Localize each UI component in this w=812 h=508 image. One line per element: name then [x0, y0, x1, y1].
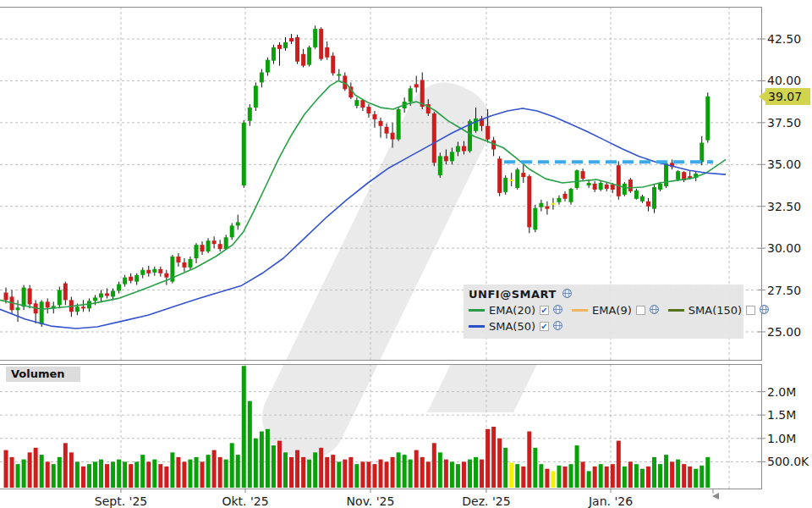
legend-item-ema9[interactable]: EMA(9) — [572, 302, 661, 318]
checkbox-checked-icon[interactable]: ✔ — [540, 306, 549, 315]
volume-tick-label: 500.0K — [767, 455, 809, 468]
symbol-settings-globe-icon[interactable] — [562, 286, 573, 302]
checkbox-unchecked-icon[interactable] — [746, 306, 755, 315]
price-tick-label: 30.00 — [767, 241, 801, 255]
legend-indicator-row-2: SMA(50)✔ — [469, 318, 743, 334]
price-tick-label: 35.00 — [767, 157, 801, 171]
chart-plot-area[interactable]: 42.5040.0037.5035.0032.5030.0027.5025.00… — [0, 0, 812, 508]
indicator-legend: UNFI@SMART EMA(20)✔EMA(9)SMA(150) SMA(50… — [464, 284, 743, 339]
month-label: Nov. '25 — [347, 494, 395, 508]
symbol-label: UNFI@SMART — [469, 288, 557, 301]
legend-item-sma50[interactable]: SMA(50)✔ — [469, 318, 565, 334]
price-tick-label: 42.50 — [767, 32, 801, 46]
checkbox-unchecked-icon[interactable] — [636, 306, 645, 315]
legend-item-ema20[interactable]: EMA(20)✔ — [469, 302, 565, 318]
legend-indicator-row-1: EMA(20)✔EMA(9)SMA(150) — [469, 302, 743, 318]
price-tick-label: 32.50 — [767, 200, 801, 213]
legend-symbol-row: UNFI@SMART — [469, 286, 743, 302]
last-price-tag-arrow-icon — [759, 91, 765, 102]
month-label: Okt. '25 — [222, 494, 268, 508]
last-price-tag: 39.07 — [765, 88, 810, 105]
legend-line-swatch — [668, 309, 684, 312]
volume-panel-label: Volumen — [6, 367, 80, 382]
price-tick-label: 25.00 — [767, 325, 801, 339]
legend-label: EMA(9) — [592, 304, 632, 317]
volume-tick-label: 1.0M — [767, 432, 796, 445]
month-label: Sept. '25 — [95, 494, 147, 508]
legend-label: SMA(50) — [489, 320, 535, 333]
price-tick-label: 37.50 — [767, 116, 801, 130]
legend-label: SMA(150) — [689, 304, 742, 317]
indicator-settings-globe-icon[interactable] — [649, 302, 660, 318]
legend-line-swatch — [469, 309, 485, 312]
legend-label: EMA(20) — [489, 304, 535, 317]
stock-chart-window: 42.5040.0037.5035.0032.5030.0027.5025.00… — [0, 0, 812, 508]
legend-line-swatch — [572, 309, 588, 312]
price-tick-label: 27.50 — [767, 284, 801, 297]
indicator-settings-globe-icon[interactable] — [552, 318, 563, 334]
indicator-settings-globe-icon[interactable] — [759, 302, 770, 318]
month-label: Jan. '26 — [588, 494, 633, 508]
volume-tick-label: 2.0M — [767, 385, 796, 399]
checkbox-checked-icon[interactable]: ✔ — [540, 322, 549, 331]
last-price-value: 39.07 — [768, 90, 802, 103]
month-label: Dez. '25 — [462, 494, 510, 508]
price-tick-label: 40.00 — [767, 74, 801, 87]
legend-item-sma150[interactable]: SMA(150) — [668, 302, 771, 318]
volume-tick-label: 1.5M — [767, 408, 796, 422]
indicator-settings-globe-icon[interactable] — [552, 302, 563, 318]
legend-line-swatch — [469, 325, 485, 328]
scroll-arrow-icon[interactable] — [712, 493, 719, 500]
